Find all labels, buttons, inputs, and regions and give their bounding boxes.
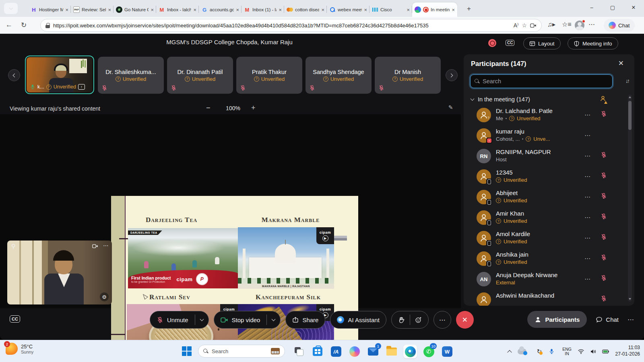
- unverified-group-icon[interactable]: [600, 95, 606, 103]
- task-view-button[interactable]: [292, 345, 306, 358]
- copilot-chat-button[interactable]: Chat: [604, 19, 635, 32]
- close-icon[interactable]: ×: [65, 7, 68, 13]
- more-options-icon[interactable]: ⋯: [584, 214, 591, 221]
- microsoft-store-button[interactable]: [311, 345, 324, 358]
- camera-switch-icon[interactable]: [92, 244, 98, 249]
- new-tab-button[interactable]: +: [467, 5, 471, 13]
- participant-row[interactable]: 12345 ?Unverified ⋯: [464, 167, 625, 187]
- tab-go-nature[interactable]: Go Nature Cl×: [114, 2, 156, 17]
- meeting-info-button[interactable]: Meeting info: [568, 37, 618, 49]
- search-input[interactable]: [483, 78, 608, 84]
- stop-video-button[interactable]: Stop video: [214, 311, 267, 328]
- media-controls-icon[interactable]: ♫▸: [547, 21, 555, 28]
- video-options-button[interactable]: [267, 311, 280, 328]
- tab-inbox[interactable]: MInbox - lalcha×: [156, 2, 199, 17]
- tab-webex-search[interactable]: webex meetin×: [327, 2, 369, 17]
- volume-icon[interactable]: [590, 340, 597, 362]
- layout-button[interactable]: Layout: [523, 37, 561, 49]
- zoom-out-button[interactable]: −: [206, 104, 211, 112]
- participant-row[interactable]: Amol Kardile ?Unverified ⋯: [464, 228, 625, 249]
- browser-menu-icon[interactable]: ⋯: [588, 21, 595, 28]
- captions-toggle-button[interactable]: CC: [10, 315, 20, 323]
- close-window-button[interactable]: ✕: [623, 0, 644, 14]
- annotate-icon[interactable]: ✎: [448, 104, 453, 111]
- language-indicator[interactable]: ENGIN: [562, 340, 572, 362]
- close-icon[interactable]: ×: [108, 7, 111, 13]
- participant-tile[interactable]: Dr. Dinanath Patil ?Unverified: [167, 57, 233, 94]
- recording-indicator[interactable]: [488, 39, 496, 47]
- close-icon[interactable]: ×: [279, 7, 282, 13]
- microphone-tray-icon[interactable]: [549, 340, 555, 362]
- edge-button[interactable]: [403, 345, 417, 358]
- sort-icon[interactable]: ↓↑: [625, 78, 629, 84]
- more-options-icon[interactable]: ⋯: [584, 173, 591, 180]
- weather-widget[interactable]: 2 25°C Sunny: [6, 343, 33, 355]
- close-icon[interactable]: ×: [236, 7, 239, 13]
- tab-review[interactable]: PKPReview: Selec×: [71, 2, 114, 17]
- zoom-in-button[interactable]: +: [251, 104, 256, 112]
- back-icon[interactable]: ←: [6, 21, 12, 29]
- participant-tile[interactable]: Dr. Shaileshkuma... ?Unverified: [98, 57, 164, 94]
- ai-assistant-button[interactable]: AI Assistant: [330, 311, 386, 329]
- address-bar[interactable]: https://ipoit.webex.com/wbxmjs/joinservi…: [40, 19, 542, 32]
- favorite-star-icon[interactable]: ☆: [522, 22, 527, 29]
- onedrive-icon[interactable]: [518, 340, 526, 362]
- participants-toggle-button[interactable]: Participants: [527, 311, 587, 328]
- tab-cisco[interactable]: Cisco×: [369, 2, 412, 17]
- mail-button[interactable]: 1: [366, 345, 380, 358]
- raise-hand-button[interactable]: [392, 311, 410, 328]
- unmute-options-button[interactable]: [195, 311, 208, 328]
- close-icon[interactable]: ×: [321, 7, 324, 13]
- close-icon[interactable]: ×: [151, 7, 154, 13]
- more-options-icon[interactable]: ⋯: [584, 132, 591, 139]
- participant-search[interactable]: [470, 74, 613, 88]
- scrollbar-thumb[interactable]: [628, 101, 632, 130]
- more-controls-button[interactable]: ⋯: [433, 311, 451, 329]
- maximize-button[interactable]: ▢: [602, 0, 623, 14]
- emoji-reactions-button[interactable]: [410, 311, 428, 328]
- word-button[interactable]: W: [440, 345, 454, 358]
- more-options-icon[interactable]: ⋯: [584, 111, 591, 119]
- more-options-icon[interactable]: ⋯: [584, 193, 591, 201]
- tab-accounts[interactable]: Gaccounts.goo×: [199, 2, 242, 17]
- file-explorer-button[interactable]: [385, 345, 398, 358]
- url-text[interactable]: https://ipoit.webex.com/wbxmjs/joinservi…: [53, 23, 510, 29]
- tab-camera-icon[interactable]: [530, 23, 537, 28]
- clock[interactable]: 11:03 27-01-2026: [615, 344, 640, 357]
- tab-cotton-disease[interactable]: cotton diseas×: [284, 2, 327, 17]
- close-icon[interactable]: ×: [364, 7, 367, 13]
- more-options-icon[interactable]: ⋯: [584, 234, 591, 242]
- more-panels-button[interactable]: ⋯: [627, 316, 634, 323]
- participant-row[interactable]: kumar raju Cohost, ...?Unve... ⋯: [464, 125, 625, 146]
- more-options-icon[interactable]: ⋯: [584, 152, 591, 160]
- panel-scrollbar[interactable]: [628, 95, 632, 302]
- close-icon[interactable]: ×: [452, 7, 455, 13]
- minimize-button[interactable]: –: [581, 0, 602, 14]
- closed-captions-badge[interactable]: CC: [506, 40, 514, 46]
- copilot-button[interactable]: [348, 345, 361, 358]
- in-meeting-group-header[interactable]: In the meeting (147): [471, 96, 530, 103]
- participant-tile[interactable]: Dr Manish ?Unverified: [375, 57, 441, 94]
- lock-icon[interactable]: [45, 23, 50, 28]
- close-panel-icon[interactable]: ✕: [618, 59, 624, 68]
- battery-icon[interactable]: [602, 340, 609, 362]
- start-button[interactable]: [182, 346, 192, 356]
- participant-row[interactable]: Ashwini Manikachand: [464, 290, 625, 306]
- filmstrip-next-button[interactable]: [446, 69, 458, 81]
- participant-row[interactable]: RN RGNIIPM, NAGPUR Host ⋯: [464, 146, 625, 167]
- unmute-button[interactable]: Unmute: [150, 311, 195, 328]
- participant-row[interactable]: Anshika jain ?Unverified ⋯: [464, 249, 625, 269]
- collections-icon[interactable]: ☆≡: [562, 21, 572, 28]
- chat-toggle-button[interactable]: Chat: [596, 316, 619, 323]
- whatsapp-button[interactable]: ✆10: [422, 345, 436, 358]
- tab-inbox-2[interactable]: MInbox (1) - lal×: [242, 2, 284, 17]
- active-speaker-tile[interactable]: k... ? Unverified ↑: [25, 56, 94, 94]
- participant-row[interactable]: Abhijeet ?Unverified ⋯: [464, 187, 625, 208]
- more-options-icon[interactable]: ⋯: [584, 276, 591, 283]
- read-aloud-icon[interactable]: A⁾: [514, 22, 519, 29]
- tab-hostinger[interactable]: HHostinger Ma×: [28, 2, 71, 17]
- taskbar-search[interactable]: Search: [198, 345, 285, 358]
- leave-meeting-button[interactable]: ✕: [456, 311, 474, 329]
- gear-icon[interactable]: ⚙: [100, 292, 109, 301]
- share-button[interactable]: Share: [285, 311, 325, 329]
